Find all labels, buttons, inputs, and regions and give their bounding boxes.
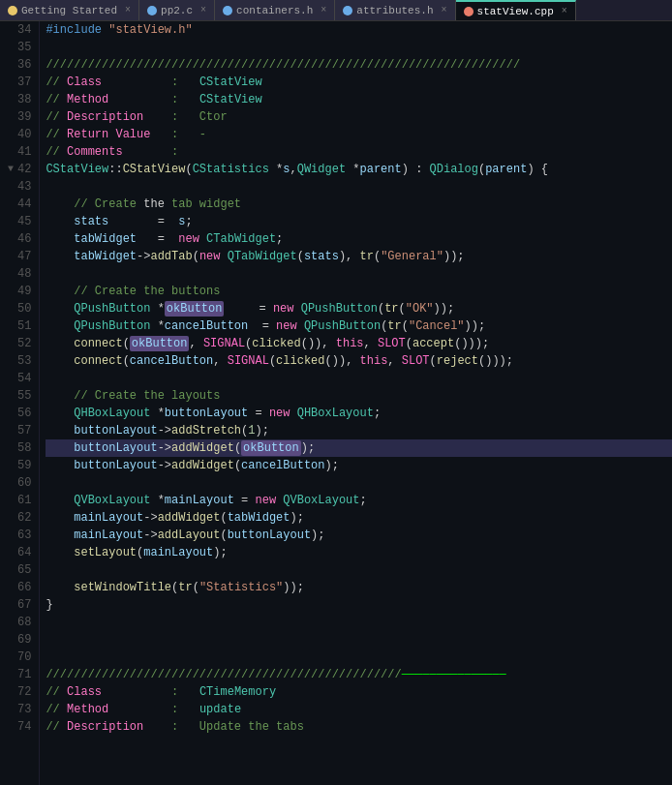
tab-statview-cpp[interactable]: statView.cpp × bbox=[456, 0, 576, 20]
code-line-58: buttonLayout->addWidget(okButton); bbox=[46, 439, 672, 457]
code-line-40: // Return Value : - bbox=[46, 126, 672, 143]
code-line-36: ////////////////////////////////////////… bbox=[46, 56, 672, 74]
code-line-67: } bbox=[46, 596, 672, 614]
line-numbers: 34 35 36 37 38 39 40 41 ▼42 43 44 45 46 … bbox=[0, 21, 40, 785]
code-line-37: // Class : CStatView bbox=[46, 74, 672, 91]
tab-bar: Getting Started × pp2.c × containers.h ×… bbox=[0, 0, 672, 21]
code-line-48 bbox=[46, 265, 672, 283]
code-line-74: // Description : Update the tabs bbox=[46, 718, 672, 736]
code-line-63: mainLayout->addLayout(buttonLayout); bbox=[46, 527, 672, 544]
code-content[interactable]: #include "statView.h" //////////////////… bbox=[40, 21, 672, 785]
code-line-65 bbox=[46, 561, 672, 579]
code-line-62: mainLayout->addWidget(tabWidget); bbox=[46, 509, 672, 527]
code-line-44: // Create the tab widget bbox=[46, 196, 672, 213]
code-line-73: // Method : update bbox=[46, 701, 672, 718]
code-line-38: // Method : CStatView bbox=[46, 91, 672, 108]
code-line-71: ////////////////////////////////////////… bbox=[46, 666, 672, 683]
code-line-66: setWindowTitle(tr("Statistics")); bbox=[46, 579, 672, 596]
code-line-56: QHBoxLayout *buttonLayout = new QHBoxLay… bbox=[46, 405, 672, 422]
code-line-60 bbox=[46, 474, 672, 492]
code-line-61: QVBoxLayout *mainLayout = new QVBoxLayou… bbox=[46, 492, 672, 509]
code-line-51: QPushButton *cancelButton = new QPushBut… bbox=[46, 317, 672, 335]
code-line-50: QPushButton *okButton = new QPushButton(… bbox=[46, 300, 672, 317]
code-line-70 bbox=[46, 649, 672, 666]
code-line-55: // Create the layouts bbox=[46, 387, 672, 405]
tab-pp2c[interactable]: pp2.c × bbox=[139, 0, 215, 20]
code-line-64: setLayout(mainLayout); bbox=[46, 544, 672, 561]
editor: 34 35 36 37 38 39 40 41 ▼42 43 44 45 46 … bbox=[0, 21, 672, 785]
code-line-46: tabWidget = new CTabWidget; bbox=[46, 230, 672, 248]
code-line-34: #include "statView.h" bbox=[46, 21, 672, 39]
code-line-68 bbox=[46, 614, 672, 631]
code-line-41: // Comments : bbox=[46, 143, 672, 161]
code-line-59: buttonLayout->addWidget(cancelButton); bbox=[46, 457, 672, 474]
code-line-39: // Description : Ctor bbox=[46, 108, 672, 126]
code-line-52: connect(okButton, SIGNAL(clicked()), thi… bbox=[46, 335, 672, 352]
code-line-35 bbox=[46, 39, 672, 56]
code-line-57: buttonLayout->addStretch(1); bbox=[46, 422, 672, 439]
code-line-54 bbox=[46, 370, 672, 387]
code-line-43 bbox=[46, 178, 672, 196]
code-line-49: // Create the buttons bbox=[46, 283, 672, 300]
tab-getting-started[interactable]: Getting Started × bbox=[0, 0, 139, 20]
code-line-42: CStatView::CStatView(CStatistics *s,QWid… bbox=[46, 161, 672, 178]
code-line-53: connect(cancelButton, SIGNAL(clicked()),… bbox=[46, 352, 672, 370]
tab-containers-h[interactable]: containers.h × bbox=[215, 0, 335, 20]
tab-attributes-h[interactable]: attributes.h × bbox=[335, 0, 455, 20]
code-line-72: // Class : CTimeMemory bbox=[46, 683, 672, 701]
code-line-47: tabWidget->addTab(new QTabWidget(stats),… bbox=[46, 248, 672, 265]
code-line-45: stats = s; bbox=[46, 213, 672, 230]
code-line-69 bbox=[46, 631, 672, 649]
